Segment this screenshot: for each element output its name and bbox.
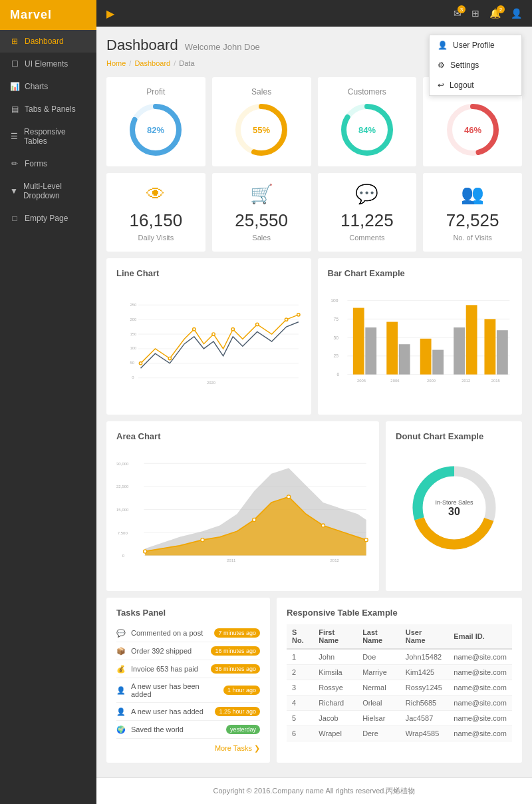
table-header: User Name xyxy=(400,624,449,649)
svg-text:2006: 2006 xyxy=(390,379,400,383)
table-row: 6WrapelDereWrap4585name@site.com xyxy=(287,726,512,741)
user-profile-menu-item[interactable]: 👤 User Profile xyxy=(430,35,521,55)
table-cell: Doe xyxy=(357,649,400,665)
user-icon[interactable]: 👤 xyxy=(511,8,522,19)
area-chart-title: Area Chart xyxy=(116,431,369,441)
sidebar-item-responsive-tables[interactable]: ☰Responsive Tables xyxy=(0,120,96,152)
svg-point-27 xyxy=(212,333,215,335)
svg-text:2009: 2009 xyxy=(427,379,436,383)
task-badge: yesterday xyxy=(226,725,260,734)
svg-text:2012: 2012 xyxy=(462,379,470,383)
table-header: First Name xyxy=(313,624,357,649)
nav-icon: ✏ xyxy=(10,159,19,168)
logout-menu-item[interactable]: ↩ Logout xyxy=(430,75,521,95)
more-tasks-link[interactable]: More Tasks ❯ xyxy=(116,744,260,753)
svg-text:25: 25 xyxy=(333,353,338,358)
task-item: 👤 A new user has added 1.25 hour ago xyxy=(116,703,260,721)
table-header: Last Name xyxy=(357,624,400,649)
line-chart-area: 250 200 150 100 50 0 xyxy=(116,285,301,405)
app-container: Marvel ⊞Dashboard☐UI Elements📊Charts▤Tab… xyxy=(0,0,532,804)
grid-icon[interactable]: ⊞ xyxy=(471,8,479,19)
sidebar-item-dashboard[interactable]: ⊞Dashboard xyxy=(0,30,96,53)
stat-value: 72,525 xyxy=(436,210,509,231)
svg-text:In-Store Sales: In-Store Sales xyxy=(435,499,473,506)
responsive-table: S No.First NameLast NameUser NameEmail I… xyxy=(287,624,512,741)
table-cell: Kimsila xyxy=(313,665,357,680)
svg-text:0: 0 xyxy=(336,372,339,377)
nav-icon: ▤ xyxy=(10,104,19,114)
svg-text:30: 30 xyxy=(448,506,460,517)
table-header: Email ID. xyxy=(448,624,512,649)
sidebar-toggle[interactable]: ▶ xyxy=(106,7,114,20)
nav-icon: ☐ xyxy=(10,59,19,69)
svg-text:2011: 2011 xyxy=(227,558,236,562)
sidebar-item-tabs-&-panels[interactable]: ▤Tabs & Panels xyxy=(0,98,96,120)
sidebar-item-charts[interactable]: 📊Charts xyxy=(0,75,96,98)
stat-value: 11,225 xyxy=(331,210,404,231)
svg-point-70 xyxy=(144,550,147,553)
bell-icon[interactable]: 🔔 2 xyxy=(489,8,501,19)
svg-text:2015: 2015 xyxy=(491,379,500,383)
sidebar-item-ui-elements[interactable]: ☐UI Elements xyxy=(0,53,96,75)
bottom-row: Tasks Panel 💬 Commented on a post 7 minu… xyxy=(106,598,522,763)
stat-card-3: 👥 72,525 No. of Visits xyxy=(423,173,522,252)
sidebar-item-empty-page[interactable]: □Empty Page xyxy=(0,207,96,230)
stat-card-0: 👁 16,150 Daily Visits xyxy=(106,173,205,252)
svg-rect-45 xyxy=(386,322,398,375)
svg-text:22,500: 22,500 xyxy=(116,485,129,489)
table-cell: Wrap4585 xyxy=(400,726,449,741)
stat-label: Sales xyxy=(225,234,298,242)
svg-text:84%: 84% xyxy=(358,125,376,135)
table-cell: John15482 xyxy=(400,649,449,665)
donut-wrap: 82% xyxy=(129,103,182,156)
breadcrumb-data: Data xyxy=(179,59,194,67)
svg-point-71 xyxy=(201,538,204,542)
table-cell: Rossy1245 xyxy=(400,680,449,696)
svg-text:50: 50 xyxy=(130,361,134,365)
task-text: Invoice 653 has paid xyxy=(131,665,198,673)
sidebar-item-forms[interactable]: ✏Forms xyxy=(0,152,96,175)
svg-point-26 xyxy=(193,328,196,331)
svg-point-31 xyxy=(297,313,300,316)
svg-point-74 xyxy=(321,524,325,527)
mail-icon[interactable]: ✉ 3 xyxy=(454,8,462,19)
stat-circle-card-0: Profit 82% xyxy=(106,77,205,166)
table-cell: Jac4587 xyxy=(400,711,449,726)
page-title: Dashboard xyxy=(106,37,178,54)
settings-menu-item[interactable]: ⚙ Settings xyxy=(430,55,521,75)
table-cell: Dere xyxy=(357,726,400,741)
breadcrumb-dashboard[interactable]: Dashboard xyxy=(134,59,170,67)
svg-text:2020: 2020 xyxy=(207,381,216,385)
task-text: Order 392 shipped xyxy=(131,647,192,655)
task-item: 📦 Order 392 shipped 16 minutes ago xyxy=(116,642,260,660)
page-content: Dashboard Welcome John Doe Home / Dashbo… xyxy=(96,27,532,777)
nav-icon: ⊞ xyxy=(10,37,19,46)
table-cell: name@site.com xyxy=(448,696,512,711)
breadcrumb-home[interactable]: Home xyxy=(106,59,126,67)
stat-circle-title: Sales xyxy=(222,87,301,97)
stat-icon: 🛒 xyxy=(225,183,298,205)
table-cell: Marriye xyxy=(357,665,400,680)
area-chart-area: 30,000 22,500 15,000 7,500 0 xyxy=(116,448,369,581)
stat-value: 25,550 xyxy=(225,210,298,231)
task-item: 🌍 Saved the world yesterday xyxy=(116,721,260,739)
table-row: 3RossyeNermalRossy1245name@site.com xyxy=(287,680,512,696)
task-badge: 36 minutes ago xyxy=(211,664,260,674)
svg-text:75: 75 xyxy=(333,317,338,321)
svg-rect-43 xyxy=(352,308,364,375)
bell-badge: 2 xyxy=(497,5,505,13)
svg-rect-44 xyxy=(365,327,376,375)
stat-circle-title: Customers xyxy=(328,87,407,97)
stat-card-2: 💬 11,225 Comments xyxy=(318,173,417,252)
sidebar-nav: ⊞Dashboard☐UI Elements📊Charts▤Tabs & Pan… xyxy=(0,30,96,804)
svg-text:100: 100 xyxy=(130,346,136,350)
table-cell: name@site.com xyxy=(448,665,512,680)
table-row: 1JohnDoeJohn15482name@site.com xyxy=(287,649,512,665)
sidebar-item-multi-level-dropdown[interactable]: ▼Multi-Level Dropdown xyxy=(0,175,96,207)
svg-point-30 xyxy=(285,318,287,321)
svg-text:50: 50 xyxy=(333,335,338,340)
table-cell: Rich5685 xyxy=(400,696,449,711)
logout-icon: ↩ xyxy=(438,81,444,90)
table-cell: Kim1425 xyxy=(400,665,449,680)
table-row: 2KimsilaMarriyeKim1425name@site.com xyxy=(287,665,512,680)
